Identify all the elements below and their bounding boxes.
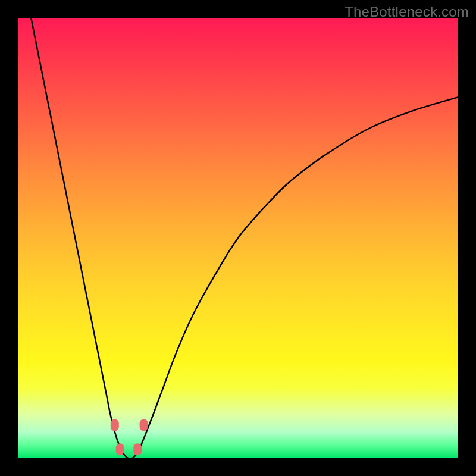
curve-marker <box>140 419 148 431</box>
curve-marker <box>133 443 142 455</box>
chart-plot-area <box>18 18 458 458</box>
curve-marker <box>116 443 124 455</box>
watermark-text: TheBottleneck.com <box>345 4 469 20</box>
curve-marker <box>111 419 119 431</box>
chart-svg <box>18 18 458 458</box>
bottleneck-curve <box>31 18 458 458</box>
chart-frame: TheBottleneck.com <box>0 0 476 476</box>
